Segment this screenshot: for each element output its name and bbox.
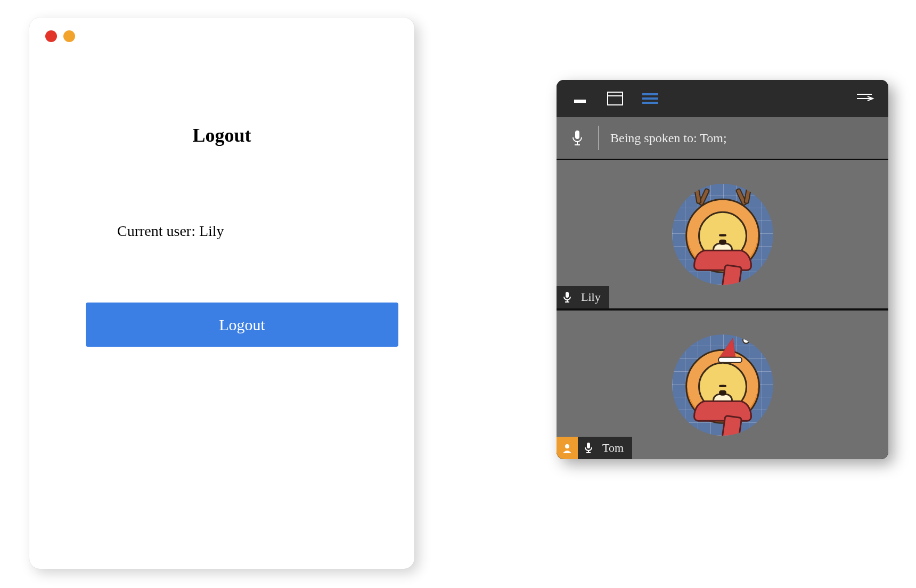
svg-rect-4 (642, 97, 658, 100)
close-window-icon[interactable] (45, 30, 57, 42)
svg-rect-15 (587, 443, 590, 448)
lion-antlers-avatar-icon (685, 198, 760, 273)
microphone-icon[interactable] (557, 286, 578, 308)
participants-list: Lily (557, 159, 888, 459)
svg-rect-8 (575, 130, 579, 139)
svg-rect-3 (642, 93, 658, 95)
participant-name-badge: Tom (557, 437, 632, 459)
lion-santa-avatar-icon (685, 349, 760, 423)
svg-rect-1 (608, 92, 623, 105)
svg-rect-11 (566, 292, 569, 298)
participant-name: Tom (602, 441, 624, 455)
minimize-window-icon[interactable] (63, 30, 75, 42)
participant-name: Lily (581, 290, 601, 304)
minimize-icon[interactable] (567, 88, 593, 109)
avatar (672, 184, 773, 285)
window-controls (45, 30, 75, 42)
self-user-icon (557, 437, 578, 459)
current-user-label: Current user: Lily (117, 223, 224, 240)
participant-tile[interactable]: Lily (557, 159, 888, 308)
call-window: Being spoken to: Tom; (557, 80, 888, 459)
logout-button[interactable]: Logout (86, 303, 398, 347)
microphone-icon[interactable] (557, 130, 598, 146)
speaking-status-text: Being spoken to: Tom; (610, 131, 727, 145)
microphone-icon[interactable] (578, 437, 599, 459)
speaking-status-bar: Being spoken to: Tom; (557, 117, 888, 159)
list-view-icon[interactable] (637, 88, 663, 109)
participant-name-badge: Lily (557, 286, 609, 308)
divider (598, 126, 599, 150)
window-icon[interactable] (602, 88, 628, 109)
avatar (672, 334, 773, 436)
logout-window: Logout Current user: Lily Logout (29, 18, 414, 569)
svg-rect-5 (642, 102, 658, 104)
call-toolbar (557, 80, 888, 117)
svg-point-14 (565, 444, 569, 448)
collapse-panel-icon[interactable] (852, 88, 878, 109)
participant-tile[interactable]: Tom (557, 309, 888, 459)
page-title: Logout (29, 124, 414, 146)
svg-rect-0 (574, 100, 586, 103)
